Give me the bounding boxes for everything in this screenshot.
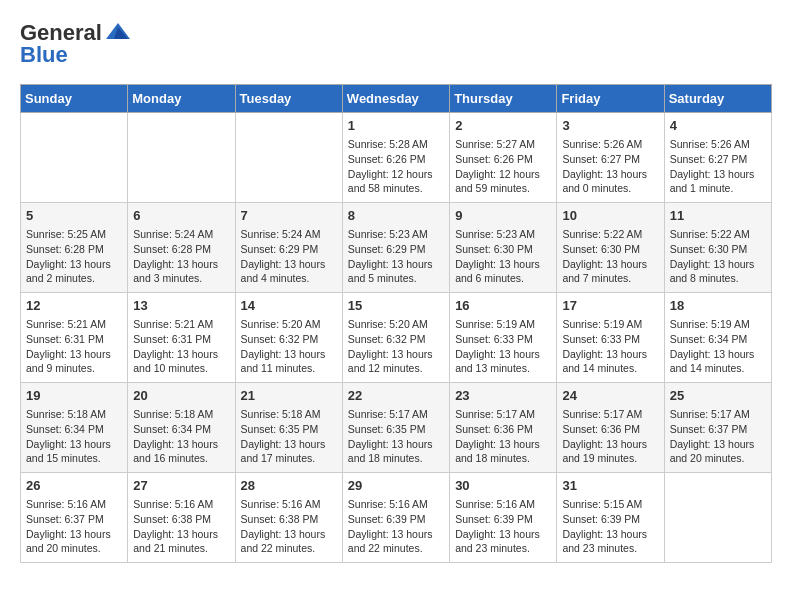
calendar-cell: 18Sunrise: 5:19 AMSunset: 6:34 PMDayligh…	[664, 293, 771, 383]
calendar-cell: 23Sunrise: 5:17 AMSunset: 6:36 PMDayligh…	[450, 383, 557, 473]
day-number: 25	[670, 387, 766, 405]
calendar-cell: 28Sunrise: 5:16 AMSunset: 6:38 PMDayligh…	[235, 473, 342, 563]
day-number: 12	[26, 297, 122, 315]
day-number: 2	[455, 117, 551, 135]
calendar-cell: 1Sunrise: 5:28 AMSunset: 6:26 PMDaylight…	[342, 113, 449, 203]
calendar-cell: 13Sunrise: 5:21 AMSunset: 6:31 PMDayligh…	[128, 293, 235, 383]
calendar-cell: 4Sunrise: 5:26 AMSunset: 6:27 PMDaylight…	[664, 113, 771, 203]
day-number: 9	[455, 207, 551, 225]
weekday-header-row: SundayMondayTuesdayWednesdayThursdayFrid…	[21, 85, 772, 113]
weekday-header-tuesday: Tuesday	[235, 85, 342, 113]
calendar-cell: 15Sunrise: 5:20 AMSunset: 6:32 PMDayligh…	[342, 293, 449, 383]
calendar-cell: 22Sunrise: 5:17 AMSunset: 6:35 PMDayligh…	[342, 383, 449, 473]
cell-info: Sunrise: 5:19 AMSunset: 6:33 PMDaylight:…	[562, 317, 658, 376]
calendar-cell: 26Sunrise: 5:16 AMSunset: 6:37 PMDayligh…	[21, 473, 128, 563]
calendar-cell: 30Sunrise: 5:16 AMSunset: 6:39 PMDayligh…	[450, 473, 557, 563]
day-number: 13	[133, 297, 229, 315]
calendar-cell	[21, 113, 128, 203]
week-row-2: 5Sunrise: 5:25 AMSunset: 6:28 PMDaylight…	[21, 203, 772, 293]
week-row-3: 12Sunrise: 5:21 AMSunset: 6:31 PMDayligh…	[21, 293, 772, 383]
day-number: 15	[348, 297, 444, 315]
cell-info: Sunrise: 5:21 AMSunset: 6:31 PMDaylight:…	[26, 317, 122, 376]
cell-info: Sunrise: 5:22 AMSunset: 6:30 PMDaylight:…	[562, 227, 658, 286]
weekday-header-monday: Monday	[128, 85, 235, 113]
day-number: 30	[455, 477, 551, 495]
day-number: 17	[562, 297, 658, 315]
cell-info: Sunrise: 5:22 AMSunset: 6:30 PMDaylight:…	[670, 227, 766, 286]
cell-info: Sunrise: 5:24 AMSunset: 6:28 PMDaylight:…	[133, 227, 229, 286]
weekday-header-sunday: Sunday	[21, 85, 128, 113]
cell-info: Sunrise: 5:18 AMSunset: 6:35 PMDaylight:…	[241, 407, 337, 466]
cell-info: Sunrise: 5:20 AMSunset: 6:32 PMDaylight:…	[348, 317, 444, 376]
cell-info: Sunrise: 5:21 AMSunset: 6:31 PMDaylight:…	[133, 317, 229, 376]
calendar-table: SundayMondayTuesdayWednesdayThursdayFrid…	[20, 84, 772, 563]
calendar-cell: 21Sunrise: 5:18 AMSunset: 6:35 PMDayligh…	[235, 383, 342, 473]
day-number: 10	[562, 207, 658, 225]
day-number: 29	[348, 477, 444, 495]
day-number: 6	[133, 207, 229, 225]
cell-info: Sunrise: 5:19 AMSunset: 6:34 PMDaylight:…	[670, 317, 766, 376]
cell-info: Sunrise: 5:18 AMSunset: 6:34 PMDaylight:…	[133, 407, 229, 466]
day-number: 22	[348, 387, 444, 405]
day-number: 3	[562, 117, 658, 135]
cell-info: Sunrise: 5:16 AMSunset: 6:39 PMDaylight:…	[455, 497, 551, 556]
cell-info: Sunrise: 5:15 AMSunset: 6:39 PMDaylight:…	[562, 497, 658, 556]
day-number: 8	[348, 207, 444, 225]
day-number: 16	[455, 297, 551, 315]
cell-info: Sunrise: 5:17 AMSunset: 6:37 PMDaylight:…	[670, 407, 766, 466]
calendar-cell: 25Sunrise: 5:17 AMSunset: 6:37 PMDayligh…	[664, 383, 771, 473]
calendar-cell: 2Sunrise: 5:27 AMSunset: 6:26 PMDaylight…	[450, 113, 557, 203]
cell-info: Sunrise: 5:20 AMSunset: 6:32 PMDaylight:…	[241, 317, 337, 376]
calendar-cell: 24Sunrise: 5:17 AMSunset: 6:36 PMDayligh…	[557, 383, 664, 473]
calendar-cell: 17Sunrise: 5:19 AMSunset: 6:33 PMDayligh…	[557, 293, 664, 383]
calendar-cell: 31Sunrise: 5:15 AMSunset: 6:39 PMDayligh…	[557, 473, 664, 563]
calendar-cell: 12Sunrise: 5:21 AMSunset: 6:31 PMDayligh…	[21, 293, 128, 383]
logo-icon	[104, 21, 132, 45]
weekday-header-friday: Friday	[557, 85, 664, 113]
day-number: 1	[348, 117, 444, 135]
cell-info: Sunrise: 5:27 AMSunset: 6:26 PMDaylight:…	[455, 137, 551, 196]
day-number: 5	[26, 207, 122, 225]
day-number: 23	[455, 387, 551, 405]
calendar-cell: 5Sunrise: 5:25 AMSunset: 6:28 PMDaylight…	[21, 203, 128, 293]
calendar-cell: 9Sunrise: 5:23 AMSunset: 6:30 PMDaylight…	[450, 203, 557, 293]
weekday-header-saturday: Saturday	[664, 85, 771, 113]
weekday-header-wednesday: Wednesday	[342, 85, 449, 113]
cell-info: Sunrise: 5:23 AMSunset: 6:30 PMDaylight:…	[455, 227, 551, 286]
calendar-cell: 11Sunrise: 5:22 AMSunset: 6:30 PMDayligh…	[664, 203, 771, 293]
week-row-4: 19Sunrise: 5:18 AMSunset: 6:34 PMDayligh…	[21, 383, 772, 473]
calendar-cell: 3Sunrise: 5:26 AMSunset: 6:27 PMDaylight…	[557, 113, 664, 203]
day-number: 18	[670, 297, 766, 315]
calendar-cell: 10Sunrise: 5:22 AMSunset: 6:30 PMDayligh…	[557, 203, 664, 293]
calendar-cell	[235, 113, 342, 203]
day-number: 27	[133, 477, 229, 495]
calendar-cell: 8Sunrise: 5:23 AMSunset: 6:29 PMDaylight…	[342, 203, 449, 293]
calendar-cell: 29Sunrise: 5:16 AMSunset: 6:39 PMDayligh…	[342, 473, 449, 563]
day-number: 11	[670, 207, 766, 225]
calendar-cell: 16Sunrise: 5:19 AMSunset: 6:33 PMDayligh…	[450, 293, 557, 383]
cell-info: Sunrise: 5:24 AMSunset: 6:29 PMDaylight:…	[241, 227, 337, 286]
calendar-cell: 20Sunrise: 5:18 AMSunset: 6:34 PMDayligh…	[128, 383, 235, 473]
calendar-body: 1Sunrise: 5:28 AMSunset: 6:26 PMDaylight…	[21, 113, 772, 563]
weekday-header-thursday: Thursday	[450, 85, 557, 113]
day-number: 31	[562, 477, 658, 495]
day-number: 28	[241, 477, 337, 495]
calendar-cell: 19Sunrise: 5:18 AMSunset: 6:34 PMDayligh…	[21, 383, 128, 473]
day-number: 4	[670, 117, 766, 135]
day-number: 20	[133, 387, 229, 405]
cell-info: Sunrise: 5:17 AMSunset: 6:36 PMDaylight:…	[562, 407, 658, 466]
cell-info: Sunrise: 5:16 AMSunset: 6:37 PMDaylight:…	[26, 497, 122, 556]
week-row-1: 1Sunrise: 5:28 AMSunset: 6:26 PMDaylight…	[21, 113, 772, 203]
logo: General Blue	[20, 20, 132, 68]
cell-info: Sunrise: 5:18 AMSunset: 6:34 PMDaylight:…	[26, 407, 122, 466]
day-number: 7	[241, 207, 337, 225]
day-number: 19	[26, 387, 122, 405]
cell-info: Sunrise: 5:25 AMSunset: 6:28 PMDaylight:…	[26, 227, 122, 286]
day-number: 14	[241, 297, 337, 315]
week-row-5: 26Sunrise: 5:16 AMSunset: 6:37 PMDayligh…	[21, 473, 772, 563]
cell-info: Sunrise: 5:16 AMSunset: 6:39 PMDaylight:…	[348, 497, 444, 556]
cell-info: Sunrise: 5:19 AMSunset: 6:33 PMDaylight:…	[455, 317, 551, 376]
calendar-cell: 6Sunrise: 5:24 AMSunset: 6:28 PMDaylight…	[128, 203, 235, 293]
calendar-cell: 14Sunrise: 5:20 AMSunset: 6:32 PMDayligh…	[235, 293, 342, 383]
day-number: 21	[241, 387, 337, 405]
